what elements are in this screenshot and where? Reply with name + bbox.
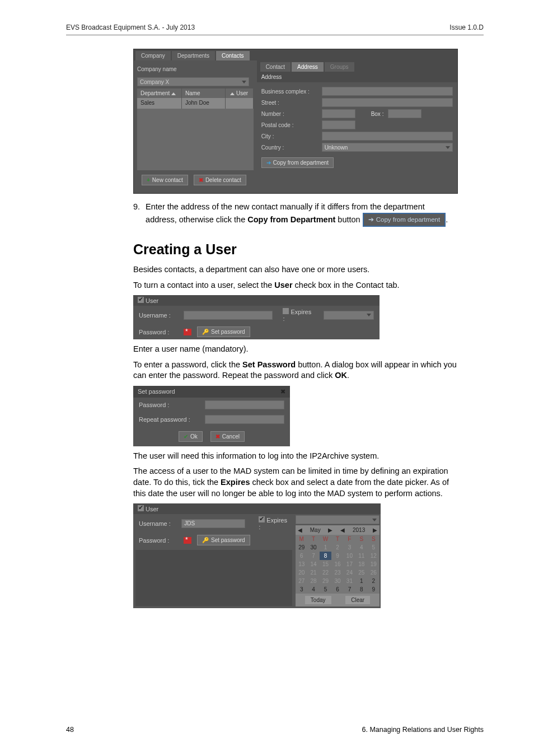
chevron-down-icon[interactable]: [446, 146, 450, 149]
tab-departments[interactable]: Departments: [172, 51, 215, 60]
dow: F: [344, 535, 355, 543]
cal-day[interactable]: 11: [355, 552, 367, 560]
cal-day[interactable]: 4: [307, 585, 319, 594]
expires-checkbox[interactable]: [283, 308, 289, 314]
cal-day[interactable]: 9: [331, 552, 343, 560]
cal-day[interactable]: 12: [368, 552, 380, 560]
cal-day[interactable]: 25: [355, 568, 367, 577]
cal-day[interactable]: 23: [331, 568, 343, 577]
expires-date-select[interactable]: [296, 515, 380, 524]
cal-day-selected[interactable]: 8: [320, 552, 331, 560]
cal-day[interactable]: 9: [368, 585, 380, 594]
repeat-password-input[interactable]: [205, 415, 284, 424]
close-icon: ✖: [199, 177, 203, 183]
company-name-label: Company name: [137, 66, 177, 72]
cal-day[interactable]: 26: [368, 568, 380, 577]
next-month-icon[interactable]: ▶: [328, 527, 332, 533]
company-name-value[interactable]: Company X: [140, 79, 169, 85]
cal-day[interactable]: 17: [344, 560, 355, 568]
user-checkbox[interactable]: [236, 100, 242, 106]
cal-day[interactable]: 22: [320, 568, 331, 577]
tab-contact[interactable]: Contact: [260, 62, 291, 72]
cal-day[interactable]: 7: [307, 552, 319, 560]
copy-from-department-button[interactable]: ➔Copy from department: [261, 157, 334, 168]
cal-day[interactable]: 31: [344, 577, 355, 585]
cell-name: John Doe: [182, 98, 226, 109]
user-checkbox[interactable]: [138, 297, 144, 303]
col-name[interactable]: Name: [185, 90, 200, 96]
cal-day[interactable]: 29: [320, 577, 331, 585]
clear-button[interactable]: Clear: [345, 596, 370, 604]
prev-month-icon[interactable]: ◀: [298, 527, 302, 533]
password-input[interactable]: [205, 400, 284, 409]
number-input[interactable]: [322, 109, 355, 118]
dow: W: [320, 535, 331, 543]
cal-day[interactable]: 18: [355, 560, 367, 568]
cal-day[interactable]: 13: [296, 560, 307, 568]
next-year-icon[interactable]: ▶: [373, 527, 377, 533]
cancel-button[interactable]: ✖Cancel: [210, 431, 245, 442]
set-password-button[interactable]: 🔑Set password: [197, 326, 250, 337]
cal-day[interactable]: 15: [320, 560, 331, 568]
cal-day[interactable]: 27: [296, 577, 307, 585]
cal-day[interactable]: 30: [331, 577, 343, 585]
expires-checkbox[interactable]: [259, 516, 265, 522]
cal-day[interactable]: 29: [296, 543, 307, 552]
cal-day[interactable]: 6: [296, 552, 307, 560]
cal-day[interactable]: 19: [368, 560, 380, 568]
expires-date-select[interactable]: [324, 311, 374, 320]
date-picker[interactable]: ◀ May ▶ ◀ 2013 ▶ MTWTFSS 293012345 67891…: [296, 525, 380, 606]
cal-day[interactable]: 1: [320, 543, 331, 552]
cal-day[interactable]: 3: [296, 585, 307, 594]
cal-day[interactable]: 4: [355, 543, 367, 552]
col-user[interactable]: User: [236, 90, 248, 96]
city-input[interactable]: [322, 132, 453, 141]
col-department[interactable]: Department: [140, 90, 170, 96]
cal-day[interactable]: 20: [296, 568, 307, 577]
close-icon[interactable]: ✖: [280, 388, 285, 395]
cal-day[interactable]: 24: [344, 568, 355, 577]
new-contact-button[interactable]: +New contact: [142, 175, 188, 185]
table-row[interactable]: Sales John Doe: [137, 98, 254, 109]
cal-day[interactable]: 6: [331, 585, 343, 594]
key-icon: 🔑: [202, 329, 209, 335]
clear-password-icon[interactable]: [184, 537, 191, 544]
para-1: Besides contacts, a department can also …: [133, 264, 458, 276]
cal-day[interactable]: 7: [344, 585, 355, 594]
cal-day[interactable]: 14: [307, 560, 319, 568]
clear-password-icon[interactable]: [184, 329, 191, 335]
delete-contact-button[interactable]: ✖Delete contact: [194, 175, 246, 185]
cal-day[interactable]: 16: [331, 560, 343, 568]
arrow-icon: ➔: [266, 160, 271, 166]
cal-day[interactable]: 28: [307, 577, 319, 585]
business-complex-input[interactable]: [322, 87, 453, 96]
tab-address[interactable]: Address: [292, 62, 324, 72]
ok-button[interactable]: ✔Ok: [179, 431, 203, 442]
tab-contacts[interactable]: Contacts: [216, 51, 249, 60]
chevron-down-icon[interactable]: [242, 81, 246, 83]
cal-day[interactable]: 3: [344, 543, 355, 552]
box-input[interactable]: [388, 109, 421, 118]
set-password-button[interactable]: 🔑Set password: [197, 535, 250, 545]
country-select[interactable]: Unknown: [322, 143, 453, 152]
cal-day[interactable]: 5: [368, 543, 380, 552]
cal-day[interactable]: 2: [331, 543, 343, 552]
cal-day[interactable]: 10: [344, 552, 355, 560]
prev-year-icon[interactable]: ◀: [340, 527, 345, 533]
user-checkbox[interactable]: [138, 505, 144, 511]
cal-day[interactable]: 8: [355, 585, 367, 594]
heading-creating-a-user: Creating a User: [133, 241, 458, 258]
cal-day[interactable]: 2: [368, 577, 380, 585]
today-button[interactable]: Today: [305, 596, 331, 604]
cal-day[interactable]: 30: [307, 543, 319, 552]
cal-day[interactable]: 5: [320, 585, 331, 594]
cal-day[interactable]: 1: [355, 577, 367, 585]
key-icon: 🔑: [202, 537, 209, 543]
cal-day[interactable]: 21: [307, 568, 319, 577]
username-input[interactable]: JDS: [181, 519, 245, 528]
postal-input[interactable]: [322, 120, 355, 129]
username-input[interactable]: [184, 311, 273, 320]
street-input[interactable]: [322, 98, 453, 107]
tab-company[interactable]: Company: [135, 51, 171, 60]
para-4a: To enter a password, click the: [133, 360, 242, 369]
